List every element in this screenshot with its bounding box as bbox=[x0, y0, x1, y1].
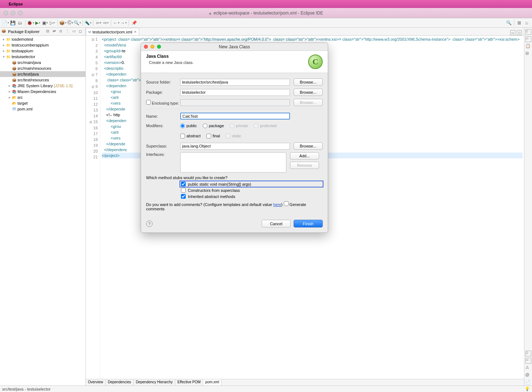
tree-item[interactable]: ▸📁testcucumberappium bbox=[0, 42, 85, 48]
minimize-view-button[interactable]: ▭ bbox=[72, 29, 77, 34]
new-class-button[interactable]: Ⓒ bbox=[67, 20, 73, 26]
package-explorer-header: 📦 Package Explorer ⊟ ⇄ ⊙ ⋮ ▭ ◻ bbox=[0, 28, 85, 36]
run-last-button[interactable]: ▷ bbox=[49, 20, 56, 26]
editor-tab-pom[interactable]: M testuiselector/pom.xml ✕ bbox=[86, 28, 139, 35]
mac-menubar: Eclipse bbox=[0, 0, 532, 8]
finish-button[interactable]: Finish bbox=[294, 220, 323, 227]
modifier-public-radio[interactable]: public bbox=[180, 124, 197, 128]
java-perspective-button[interactable]: ♨ bbox=[523, 20, 530, 26]
browse-enclosing-button: Browse... bbox=[294, 99, 323, 106]
browse-source-folder-button[interactable]: Browse... bbox=[294, 78, 323, 86]
stub-inherited-checkbox[interactable]: Inherited abstract methods bbox=[180, 194, 323, 199]
javadoc-icon[interactable]: @ bbox=[525, 372, 531, 378]
modifier-package-radio[interactable]: package bbox=[203, 124, 224, 128]
problems-icon[interactable]: ⚠ bbox=[525, 365, 531, 371]
right-trim-bar: ◻ ▭ 📋 ⊟ ◻ ▭ ⚠ @ 📄 bbox=[524, 28, 532, 385]
link-editor-button[interactable]: ⇄ bbox=[53, 29, 58, 34]
tree-item[interactable]: ▾📁testuiselector bbox=[0, 54, 85, 60]
tree-item[interactable]: ▸📚Maven Dependencies bbox=[0, 89, 85, 94]
interfaces-list[interactable] bbox=[180, 152, 286, 173]
add-interface-button[interactable]: Add... bbox=[290, 152, 319, 159]
dialog-close-button[interactable] bbox=[144, 45, 148, 49]
annotation-next-button[interactable]: ⇨ bbox=[102, 20, 109, 26]
close-window-button[interactable] bbox=[4, 11, 8, 15]
dialog-header-desc: Create a new Java class. bbox=[146, 60, 308, 65]
minimize-window-button[interactable] bbox=[11, 11, 15, 15]
save-button[interactable]: 💾 bbox=[9, 20, 16, 26]
new-button[interactable]: 📄 bbox=[2, 20, 9, 26]
quick-access-button[interactable]: 🔍 bbox=[505, 20, 512, 26]
close-tab-button[interactable]: ✕ bbox=[134, 30, 137, 34]
editor-bottom-tab[interactable]: Dependency Hierarchy bbox=[134, 379, 176, 385]
back-button[interactable]: ← bbox=[113, 20, 120, 26]
tree-item[interactable]: ▸📁iosdemotest bbox=[0, 36, 85, 42]
class-icon: C bbox=[308, 54, 323, 69]
superclass-label: Superclass: bbox=[146, 144, 180, 148]
restore-view-button-4[interactable]: ▭ bbox=[525, 358, 531, 364]
configure-templates-link[interactable]: here bbox=[273, 202, 281, 207]
pin-button[interactable]: 📌 bbox=[131, 20, 137, 26]
dialog-minimize-button[interactable] bbox=[150, 45, 154, 49]
restore-view-button-2[interactable]: ▭ bbox=[525, 36, 531, 42]
maximize-editor-button[interactable]: ◻ bbox=[517, 30, 522, 35]
annotation-prev-button[interactable]: ⇦ bbox=[95, 20, 102, 26]
app-name[interactable]: Eclipse bbox=[9, 2, 23, 6]
collapse-all-button[interactable]: ⊟ bbox=[46, 29, 51, 34]
debug-button[interactable]: 🐞 bbox=[27, 20, 34, 26]
save-all-button[interactable]: 🗂 bbox=[17, 20, 23, 26]
new-package-button[interactable]: 📦 bbox=[60, 20, 66, 26]
tip-icon[interactable]: 💡 bbox=[525, 387, 530, 391]
dialog-header: Java Class Create a new Java class. C bbox=[141, 51, 328, 73]
window-titlebar: eclipse-workspace - testuiselector/pom.x… bbox=[0, 8, 532, 18]
tree-item[interactable]: ▸📁testsappium bbox=[0, 48, 85, 54]
dialog-zoom-button[interactable] bbox=[157, 45, 161, 49]
enclosing-type-checkbox[interactable] bbox=[146, 100, 151, 105]
outline-icon[interactable]: ⊟ bbox=[525, 51, 531, 57]
remove-interface-button: Remove bbox=[290, 162, 319, 169]
editor-bottom-tab[interactable]: Effective POM bbox=[175, 379, 203, 385]
modifier-static-checkbox: static bbox=[226, 134, 241, 138]
modifier-abstract-checkbox[interactable]: abstract bbox=[180, 134, 201, 138]
tree-item[interactable]: 📦src/main/java bbox=[0, 60, 85, 65]
tree-item[interactable]: 📦src/main/resources bbox=[0, 65, 85, 71]
tree-item[interactable]: ▸📂src bbox=[0, 94, 85, 100]
superclass-input[interactable] bbox=[180, 143, 290, 150]
coverage-button[interactable]: ▣ bbox=[42, 20, 48, 26]
class-name-input[interactable] bbox=[180, 113, 290, 120]
help-button[interactable]: ? bbox=[146, 221, 153, 227]
tree-item[interactable]: 📂target bbox=[0, 100, 85, 106]
stubs-question: Which method stubs would you like to cre… bbox=[146, 175, 323, 180]
modifier-final-checkbox[interactable]: final bbox=[206, 134, 220, 138]
package-input[interactable] bbox=[180, 89, 290, 96]
view-menu-button[interactable]: ⋮ bbox=[66, 29, 71, 34]
editor-bottom-tab[interactable]: Dependencies bbox=[106, 379, 134, 385]
browse-package-button[interactable]: Browse... bbox=[294, 89, 323, 96]
forward-button[interactable]: → bbox=[120, 20, 127, 26]
cancel-button[interactable]: Cancel bbox=[262, 220, 291, 227]
tree-item[interactable]: 📦src/test/java bbox=[0, 71, 85, 77]
focus-button[interactable]: ⊙ bbox=[59, 29, 64, 34]
maximize-view-button[interactable]: ◻ bbox=[79, 29, 84, 34]
search-button[interactable]: 🔦 bbox=[85, 20, 91, 26]
browse-superclass-button[interactable]: Browse... bbox=[294, 142, 323, 150]
editor-bottom-tab[interactable]: Overview bbox=[86, 379, 106, 385]
project-tree[interactable]: ▸📁iosdemotest▸📁testcucumberappium▸📁tests… bbox=[0, 36, 85, 385]
stub-constructors-checkbox[interactable]: Constructors from superclass bbox=[180, 187, 323, 193]
run-button[interactable]: ▶ bbox=[35, 20, 41, 26]
restore-view-button[interactable]: ◻ bbox=[525, 29, 531, 35]
enclosing-type-input bbox=[180, 99, 290, 106]
open-perspective-button[interactable]: ⊞ bbox=[516, 20, 523, 26]
declaration-icon[interactable]: 📄 bbox=[525, 380, 531, 385]
tree-item[interactable]: ▸📚JRE System Library [J2SE-1.5] bbox=[0, 83, 85, 89]
editor-bottom-tab[interactable]: pom.xml bbox=[203, 379, 222, 385]
task-list-icon[interactable]: 📋 bbox=[525, 44, 531, 49]
tree-item[interactable]: 📦src/test/resources bbox=[0, 77, 85, 83]
minimize-editor-button[interactable]: ▭ bbox=[510, 30, 515, 35]
source-folder-input[interactable] bbox=[180, 79, 290, 86]
tree-item[interactable]: Ⓜpom.xml bbox=[0, 106, 85, 112]
stub-main-checkbox[interactable]: public static void main(String[] args) bbox=[180, 181, 323, 187]
open-type-button[interactable]: 🔍 bbox=[74, 20, 81, 26]
editor-bottom-tabs: OverviewDependenciesDependency Hierarchy… bbox=[86, 379, 524, 385]
zoom-window-button[interactable] bbox=[18, 11, 23, 15]
restore-view-button-3[interactable]: ◻ bbox=[525, 351, 531, 356]
